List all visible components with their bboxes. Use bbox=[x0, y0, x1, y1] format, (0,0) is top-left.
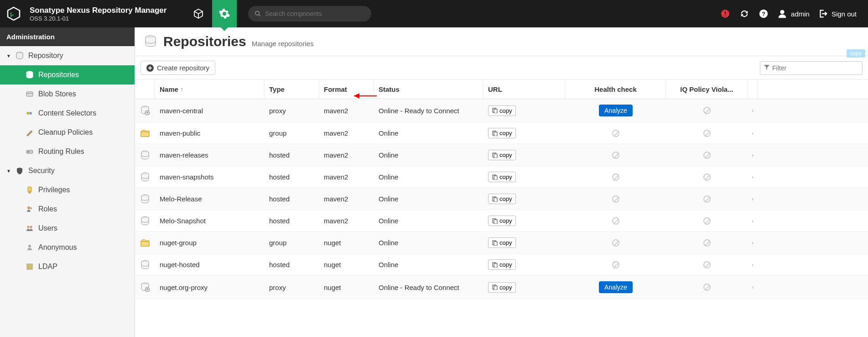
table-row[interactable]: Melo-Releasehostedmaven2Onlinecopy› bbox=[135, 188, 868, 210]
col-health[interactable]: Health check bbox=[566, 80, 666, 99]
sidebar-item-blob-stores[interactable]: Blob Stores bbox=[0, 84, 135, 104]
sidebar-item-roles[interactable]: Roles bbox=[0, 200, 135, 219]
chevron-right-icon: › bbox=[748, 125, 757, 142]
admin-mode-button[interactable] bbox=[212, 0, 237, 27]
col-status[interactable]: Status bbox=[374, 80, 483, 99]
repositories-icon bbox=[143, 34, 158, 49]
help-button[interactable]: ? bbox=[758, 8, 769, 19]
table-row[interactable]: maven-snapshotshostedmaven2Onlinecopy› bbox=[135, 166, 868, 188]
content-area: copy Repositories Manage repositories Cr… bbox=[135, 27, 868, 337]
copy-url-button[interactable]: copy bbox=[488, 194, 516, 204]
svg-rect-5 bbox=[725, 16, 726, 16]
svg-rect-16 bbox=[27, 151, 29, 153]
col-url[interactable]: URL bbox=[483, 80, 566, 99]
svg-rect-46 bbox=[141, 242, 149, 246]
analyze-button[interactable]: Analyze bbox=[599, 281, 633, 293]
repo-type: hosted bbox=[265, 146, 319, 164]
copy-url-button[interactable]: copy bbox=[488, 216, 516, 226]
copy-url-button[interactable]: copy bbox=[488, 172, 516, 182]
svg-rect-11 bbox=[26, 92, 33, 96]
copy-url-button[interactable]: copy bbox=[488, 259, 516, 270]
sidebar-section-security[interactable]: ▼Security bbox=[0, 161, 135, 180]
sidebar-item-users[interactable]: Users bbox=[0, 219, 135, 238]
browse-mode-button[interactable] bbox=[185, 0, 212, 27]
col-name[interactable]: Name↑ bbox=[155, 80, 265, 99]
search-input[interactable] bbox=[265, 10, 365, 17]
sidebar-item-routing-rules[interactable]: Routing Rules bbox=[0, 142, 135, 161]
sidebar-item-cleanup-policies[interactable]: Cleanup Policies bbox=[0, 123, 135, 142]
col-format[interactable]: Format bbox=[319, 80, 374, 99]
repo-name: Melo-Snapshot bbox=[155, 211, 265, 230]
repo-type: proxy bbox=[265, 278, 319, 297]
filter-box[interactable] bbox=[760, 61, 863, 75]
table-row[interactable]: Melo-Snapshothostedmaven2Onlinecopy› bbox=[135, 210, 868, 232]
copy-badge: copy bbox=[847, 49, 865, 58]
svg-text:?: ? bbox=[762, 11, 765, 17]
copy-url-button[interactable]: copy bbox=[488, 150, 516, 160]
table-row[interactable]: nuget-groupgroupnugetOnlinecopy› bbox=[135, 232, 868, 254]
repo-status: Online - Ready to Connect bbox=[374, 101, 483, 120]
sidebar-item-repositories[interactable]: Repositories bbox=[0, 65, 135, 84]
analyze-button[interactable]: Analyze bbox=[599, 105, 633, 116]
sidebar-item-anonymous[interactable]: Anonymous bbox=[0, 238, 135, 257]
create-repository-button[interactable]: Create repository bbox=[140, 61, 215, 75]
svg-point-14 bbox=[29, 112, 32, 115]
copy-url-button[interactable]: copy bbox=[488, 237, 516, 248]
copy-icon bbox=[492, 131, 498, 136]
svg-point-13 bbox=[26, 112, 29, 115]
sidebar-item-ldap[interactable]: LDAP bbox=[0, 257, 135, 276]
repo-status: Online bbox=[374, 124, 483, 142]
repo-status: Online bbox=[374, 255, 483, 274]
search-box[interactable] bbox=[248, 6, 371, 21]
copy-icon bbox=[492, 240, 498, 246]
filter-input[interactable] bbox=[772, 64, 858, 72]
repo-type-icon bbox=[135, 254, 155, 275]
chevron-right-icon: › bbox=[748, 190, 757, 208]
col-type[interactable]: Type bbox=[265, 80, 319, 99]
copy-url-button[interactable]: copy bbox=[488, 105, 516, 116]
copy-icon bbox=[492, 218, 498, 224]
repo-name: maven-snapshots bbox=[155, 168, 265, 186]
table-row[interactable]: nuget-hostedhostednugetOnlinecopy› bbox=[135, 254, 868, 276]
hexagon-icon bbox=[6, 6, 21, 21]
svg-point-21 bbox=[27, 226, 30, 228]
chevron-right-icon: › bbox=[748, 279, 757, 296]
svg-point-1 bbox=[255, 11, 259, 15]
disabled-icon bbox=[612, 239, 619, 247]
refresh-button[interactable] bbox=[739, 8, 750, 19]
repo-type-icon bbox=[135, 123, 155, 144]
user-menu[interactable]: admin bbox=[777, 9, 810, 19]
chevron-right-icon: › bbox=[748, 212, 757, 230]
funnel-icon bbox=[764, 64, 769, 72]
copy-url-button[interactable]: copy bbox=[488, 282, 516, 293]
repo-name: maven-releases bbox=[155, 146, 265, 164]
disabled-icon bbox=[703, 284, 711, 291]
sidebar-item-content-selectors[interactable]: Content Selectors bbox=[0, 104, 135, 123]
caret-down-icon: ▼ bbox=[6, 53, 11, 58]
table-row[interactable]: maven-publicgroupmaven2Onlinecopy› bbox=[135, 122, 868, 144]
copy-url-button[interactable]: copy bbox=[488, 128, 516, 138]
repo-name: Melo-Release bbox=[155, 190, 265, 208]
table-row[interactable]: maven-releaseshostedmaven2Onlinecopy› bbox=[135, 144, 868, 166]
svg-line-2 bbox=[259, 15, 260, 16]
alert-button[interactable] bbox=[720, 8, 731, 19]
header-mode-icons bbox=[185, 0, 237, 27]
repo-status: Online bbox=[374, 211, 483, 230]
signout-button[interactable]: Sign out bbox=[818, 9, 857, 19]
table-row[interactable]: maven-centralproxymaven2Online - Ready t… bbox=[135, 99, 868, 122]
svg-point-20 bbox=[30, 207, 32, 209]
table-row[interactable]: nuget.org-proxyproxynugetOnline - Ready … bbox=[135, 276, 868, 299]
sidebar-section-repository[interactable]: ▼Repository bbox=[0, 46, 135, 65]
page-title: Repositories bbox=[163, 34, 246, 49]
sidebar-item-privileges[interactable]: Privileges bbox=[0, 180, 135, 200]
user-icon bbox=[777, 9, 787, 19]
copy-icon bbox=[492, 196, 498, 202]
repo-status: Online bbox=[374, 190, 483, 208]
repo-type: proxy bbox=[265, 101, 319, 120]
svg-point-18 bbox=[28, 191, 31, 194]
copy-icon bbox=[492, 174, 498, 180]
repo-format: maven2 bbox=[319, 211, 374, 230]
repo-status: Online bbox=[374, 233, 483, 252]
col-policy[interactable]: IQ Policy Viola... bbox=[666, 80, 748, 99]
svg-rect-12 bbox=[26, 93, 33, 94]
